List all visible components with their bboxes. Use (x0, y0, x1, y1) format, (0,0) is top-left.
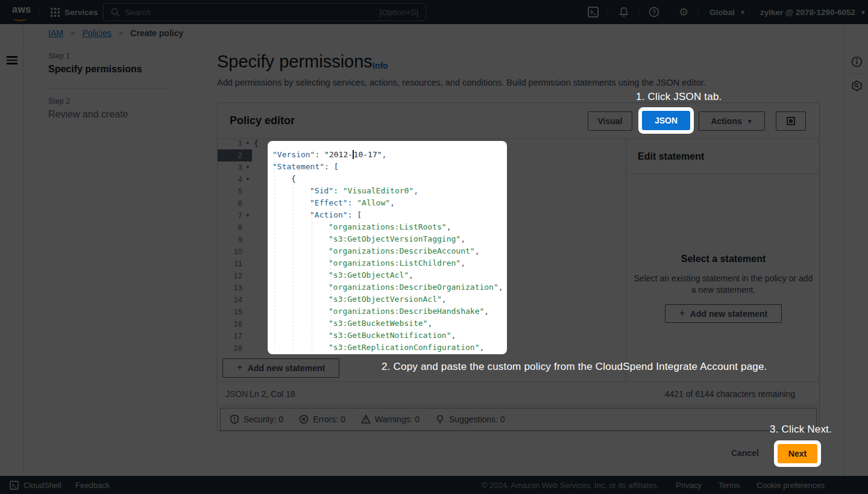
security-count: Security: 0 (244, 414, 283, 424)
code-line-11: "organizations:ListChildren", (272, 257, 465, 269)
cloudshell-label: CloudShell (24, 481, 61, 490)
gutter-line-5[interactable]: 5 (218, 186, 252, 198)
fold-caret-icon[interactable]: ▼ (245, 161, 250, 174)
chevron-down-icon: ▼ (740, 9, 746, 16)
empty-state-text: Select an existing statement in the poli… (633, 273, 814, 296)
cloudshell-footer-button[interactable]: CloudShell (10, 476, 61, 494)
nav-divider (749, 7, 750, 17)
aws-logo[interactable]: aws (12, 4, 31, 15)
nav-divider (698, 7, 699, 17)
bell-icon (618, 7, 629, 17)
page-title: Specify permissions (217, 52, 373, 72)
info-link[interactable]: Info (373, 61, 388, 70)
step2-title[interactable]: Review and create (48, 109, 169, 120)
gutter-line-7[interactable]: 7▼ (218, 210, 252, 222)
policy-json-spotlight[interactable]: "Version": "2012-10-17","Statement": [{"… (268, 141, 507, 354)
search-shortcut-hint: [Option+S] (380, 8, 418, 17)
account-label: zylker @ 2078-1290-6052 (760, 8, 855, 17)
copyright-text: © 2024, Amazon Web Services, Inc. or its… (482, 481, 659, 490)
grid-icon (51, 8, 60, 17)
breadcrumb-current: Create policy (130, 28, 183, 38)
gutter-line-17[interactable]: 17 (218, 330, 252, 342)
editor-mode: JSON (225, 389, 248, 399)
global-search[interactable]: [Option+S] (103, 3, 426, 21)
account-menu[interactable]: zylker @ 2078-1290-6052 ▼ (760, 0, 866, 24)
terms-link[interactable]: Terms (719, 481, 740, 490)
cancel-button[interactable]: Cancel (731, 448, 759, 458)
code-line-15: "organizations:DescribeHandshake", (272, 305, 489, 317)
info-icon (851, 56, 863, 67)
search-input[interactable] (125, 8, 380, 17)
validation-bar: Security: 0 Errors: 0 Warnings: 0 Sugges… (220, 408, 817, 431)
help-button[interactable]: ? (649, 0, 659, 24)
gutter-line-16[interactable]: 16 (218, 318, 252, 330)
notifications-button[interactable] (618, 0, 629, 24)
privacy-link[interactable]: Privacy (676, 481, 702, 490)
actions-dropdown[interactable]: Actions ▼ (699, 111, 765, 131)
breadcrumb-iam[interactable]: IAM (48, 28, 63, 38)
next-button[interactable]: Next (778, 444, 817, 463)
code-line-9: "s3:GetObjectVersionTagging", (272, 233, 465, 245)
warning-findings[interactable]: Warnings: 0 (361, 414, 420, 424)
gutter-line-13[interactable]: 13 (218, 282, 252, 294)
gutter-line-8[interactable]: 8 (218, 222, 252, 234)
panel-divider (218, 405, 819, 406)
resources-panel-button[interactable] (851, 80, 863, 92)
suggestion-findings[interactable]: Suggestions: 0 (435, 414, 505, 424)
gutter-line-14[interactable]: 14 (218, 294, 252, 306)
svg-text:?: ? (652, 9, 656, 16)
gutter-line-6[interactable]: 6 (218, 198, 252, 210)
feedback-button[interactable]: Feedback (75, 476, 110, 494)
gutter-line-12[interactable]: 12 (218, 270, 252, 282)
breadcrumb-policies[interactable]: Policies (82, 28, 111, 38)
code-line-12: "s3:GetObjectAcl", (272, 269, 414, 281)
gutter-line-2[interactable]: 2 (218, 149, 252, 161)
fold-caret-icon[interactable]: ▼ (245, 210, 250, 222)
gutter-line-4[interactable]: 4▼ (218, 174, 252, 186)
step1-title[interactable]: Specify permissions (48, 64, 169, 75)
expand-editor-button[interactable] (776, 111, 806, 131)
fold-caret-icon[interactable]: ▼ (245, 174, 250, 186)
services-menu[interactable]: Services (51, 0, 98, 24)
gutter-line-18[interactable]: 18 (218, 342, 252, 354)
gutter-line-1[interactable]: 1▼ (218, 139, 252, 149)
tab-visual[interactable]: Visual (588, 111, 632, 131)
annotation-step3: 3. Click Next. (770, 424, 832, 436)
aws-console-page: aws Services [Option+S] (0, 0, 868, 494)
services-label: Services (64, 8, 98, 17)
gutter-line-10[interactable]: 10 (218, 246, 252, 258)
annotation-step2: 2. Copy and paste the custom policy from… (382, 361, 767, 373)
code-line-2: "Version": "2012-10-17", (272, 149, 386, 161)
fold-caret-icon[interactable]: ▼ (245, 139, 250, 149)
cookie-preferences-link[interactable]: Cookie preferences (756, 481, 825, 490)
region-label: Global (709, 8, 735, 17)
gutter-line-15[interactable]: 15 (218, 306, 252, 318)
gutter-line-11[interactable]: 11 (218, 258, 252, 270)
code-line-17: "s3:GetBucketNotification", (272, 330, 456, 342)
tab-json[interactable]: JSON (642, 111, 690, 130)
gutter-line-3[interactable]: 3▼ (218, 161, 252, 174)
code-line-1: { (254, 139, 259, 149)
breadcrumb-separator: > (71, 29, 75, 38)
hexagon-icon (851, 80, 863, 92)
settings-button[interactable]: ⚙ (679, 0, 688, 24)
nav-divider (608, 7, 608, 17)
error-findings[interactable]: Errors: 0 (299, 414, 345, 424)
chevron-down-icon: ▼ (860, 9, 866, 16)
add-new-statement-button-bottom[interactable]: + Add new statement (222, 358, 339, 378)
suggestions-count: Suggestions: 0 (449, 414, 505, 424)
menu-icon[interactable] (7, 56, 17, 66)
gutter-line-9[interactable]: 9 (218, 234, 252, 246)
add-new-statement-button[interactable]: + Add new statement (665, 304, 782, 323)
security-findings[interactable]: Security: 0 (230, 414, 283, 424)
empty-state-title: Select a statement (633, 254, 814, 264)
step1-label: Step 1 (48, 52, 169, 60)
characters-remaining: 4421 of 6144 characters remaining (665, 389, 795, 399)
cloudshell-button[interactable] (588, 0, 599, 24)
edit-statement-panel: Edit statement Select a statement Select… (626, 139, 820, 381)
region-selector[interactable]: Global ▼ (709, 0, 746, 24)
panel-divider (626, 174, 820, 174)
feedback-label: Feedback (75, 481, 110, 490)
steps-divider (48, 88, 169, 89)
info-panel-button[interactable] (851, 55, 863, 67)
